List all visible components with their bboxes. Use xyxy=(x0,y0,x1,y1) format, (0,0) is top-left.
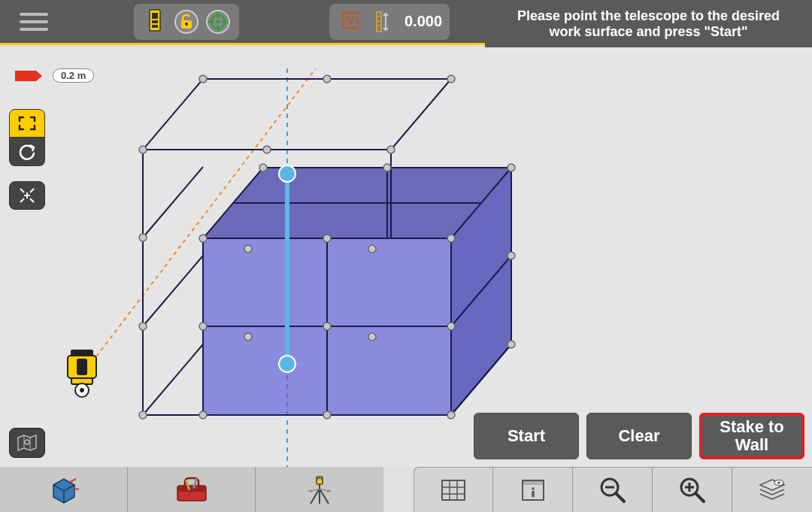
svg-point-49 xyxy=(199,235,207,242)
svg-rect-87 xyxy=(442,480,465,500)
svg-point-42 xyxy=(279,356,295,372)
zoom-extents-button[interactable] xyxy=(9,109,45,138)
lock-button[interactable] xyxy=(173,8,200,35)
target-icon xyxy=(205,9,231,35)
svg-rect-93 xyxy=(523,480,544,485)
toolbox-tab-button[interactable] xyxy=(128,467,256,512)
center-crosshair-icon xyxy=(17,186,37,205)
clear-label: Clear xyxy=(618,427,659,445)
svg-rect-1 xyxy=(152,13,158,19)
svg-point-51 xyxy=(447,235,455,242)
svg-point-61 xyxy=(447,411,455,419)
svg-point-48 xyxy=(447,75,455,83)
menu-button[interactable] xyxy=(0,0,68,44)
svg-point-43 xyxy=(139,146,147,153)
instrument-status-button[interactable] xyxy=(141,8,168,35)
stake-to-wall-label: Stake to Wall xyxy=(702,418,801,454)
svg-marker-18 xyxy=(15,71,42,81)
top-toolbar: 0.000 Please point the telescope to the … xyxy=(0,0,812,45)
svg-rect-14 xyxy=(377,12,381,32)
svg-rect-95 xyxy=(532,491,534,497)
svg-point-56 xyxy=(323,323,331,330)
view-tools xyxy=(9,109,45,210)
svg-point-52 xyxy=(259,164,267,171)
bottom-toolbar xyxy=(0,467,812,512)
svg-marker-28 xyxy=(143,79,451,150)
svg-point-58 xyxy=(508,252,515,259)
svg-marker-27 xyxy=(143,238,203,467)
svg-point-21 xyxy=(25,440,29,444)
toolbar-instrument-group xyxy=(134,4,239,40)
svg-point-69 xyxy=(368,333,376,341)
svg-point-64 xyxy=(139,323,147,330)
map-mode-button[interactable] xyxy=(9,428,45,458)
svg-line-100 xyxy=(695,493,704,501)
model-tab-button[interactable] xyxy=(0,467,128,512)
zoom-in-icon xyxy=(677,475,707,505)
building-model xyxy=(53,68,519,467)
start-label: Start xyxy=(508,427,545,445)
stake-to-wall-button[interactable]: Stake to Wall xyxy=(699,413,804,459)
target-button[interactable] xyxy=(205,8,232,35)
svg-point-65 xyxy=(139,411,147,419)
svg-rect-2 xyxy=(152,20,158,23)
svg-point-63 xyxy=(139,234,147,241)
center-button[interactable] xyxy=(9,181,45,210)
svg-point-6 xyxy=(185,23,188,26)
svg-point-94 xyxy=(532,487,535,490)
zoom-out-button[interactable] xyxy=(573,467,653,512)
scale-flag-icon xyxy=(14,69,44,83)
viewport-3d[interactable]: 0.2 m xyxy=(0,47,812,467)
svg-point-55 xyxy=(199,323,207,330)
svg-point-105 xyxy=(777,481,780,484)
svg-line-97 xyxy=(616,493,624,501)
toolbox-icon xyxy=(173,475,211,504)
svg-line-36 xyxy=(143,167,203,238)
layers-button[interactable] xyxy=(732,467,812,512)
zoom-out-icon xyxy=(598,475,628,505)
toolbar-measurement-group: 0.000 xyxy=(329,4,450,40)
setup-tab-button[interactable] xyxy=(256,467,383,512)
clear-button[interactable]: Clear xyxy=(586,413,692,459)
badge-icon xyxy=(340,10,361,34)
rotate-icon xyxy=(17,142,37,162)
height-button[interactable] xyxy=(368,8,395,35)
measurement-value: 0.000 xyxy=(404,13,442,30)
instruction-text: Please point the telescope to the desire… xyxy=(500,8,797,40)
svg-point-53 xyxy=(383,164,391,171)
info-panel-icon xyxy=(520,477,547,503)
svg-point-54 xyxy=(508,164,515,171)
svg-point-44 xyxy=(263,146,271,153)
cube-icon xyxy=(47,474,80,504)
svg-point-66 xyxy=(244,245,252,253)
tripod-icon xyxy=(303,474,336,505)
height-icon xyxy=(374,9,390,35)
svg-rect-72 xyxy=(77,359,87,375)
rotate-button[interactable] xyxy=(9,138,45,166)
start-button[interactable]: Start xyxy=(474,413,579,459)
svg-point-60 xyxy=(323,411,331,419)
svg-point-41 xyxy=(279,165,295,182)
svg-rect-3 xyxy=(152,25,158,28)
svg-point-57 xyxy=(447,323,455,330)
svg-point-67 xyxy=(368,245,376,253)
grid-button[interactable] xyxy=(414,467,493,512)
bottom-right-tools xyxy=(414,467,812,512)
svg-rect-70 xyxy=(71,350,93,356)
instrument-icon xyxy=(144,8,166,35)
grid-icon xyxy=(440,478,467,502)
badge-button[interactable] xyxy=(337,8,364,35)
svg-rect-79 xyxy=(177,486,206,492)
svg-point-59 xyxy=(199,411,207,419)
map-icon xyxy=(16,433,38,453)
instruction-banner: Please point the telescope to the desire… xyxy=(485,0,812,47)
svg-point-46 xyxy=(199,75,207,83)
layers-icon xyxy=(756,477,788,504)
info-button[interactable] xyxy=(493,467,573,512)
zoom-in-button[interactable] xyxy=(653,467,732,512)
svg-point-47 xyxy=(323,75,331,83)
svg-point-50 xyxy=(323,235,331,242)
unlock-icon xyxy=(174,9,199,35)
hamburger-icon xyxy=(20,13,48,31)
svg-point-62 xyxy=(508,341,515,348)
